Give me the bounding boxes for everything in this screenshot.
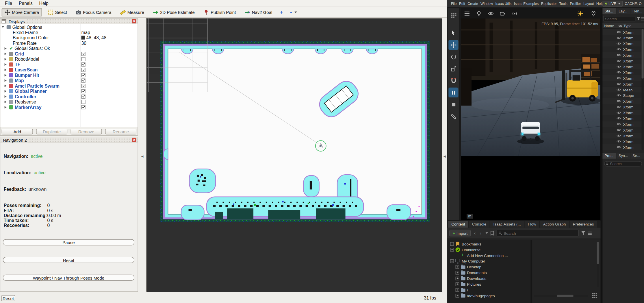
name-column-header[interactable]: Name (602, 24, 618, 28)
display-item-checkbox[interactable] (81, 94, 85, 98)
display-item-row[interactable]: LaserScan (0, 67, 138, 72)
tree-expander[interactable] (456, 276, 459, 280)
stage-row[interactable]: Xform (602, 104, 644, 110)
displays-action-button[interactable]: Rename (105, 129, 136, 134)
tool-palette-icon[interactable] (448, 10, 458, 20)
property-search-input[interactable] (610, 162, 640, 166)
stage-row[interactable]: Xform (602, 121, 644, 127)
eye-icon[interactable] (617, 140, 621, 143)
files-vertical-scrollbar[interactable] (597, 242, 599, 287)
tree-row[interactable]: Downloads (448, 275, 531, 281)
type-column-header[interactable]: Type (623, 24, 632, 28)
stage-row[interactable]: Xform (602, 69, 644, 75)
viewport-canvas[interactable] (461, 19, 600, 220)
tree-row[interactable]: My Computer (448, 258, 531, 264)
bookmark-icon[interactable] (490, 231, 494, 235)
eye-icon[interactable] (617, 145, 621, 149)
stage-row[interactable]: Xform (602, 127, 644, 133)
tree-expander[interactable] (450, 248, 454, 252)
stop-button[interactable] (448, 99, 458, 109)
isaac-menu-item[interactable]: Window (479, 1, 494, 5)
property-value[interactable]: 48; 48; 48 (81, 35, 106, 40)
add-tool-button[interactable]: + (278, 8, 285, 16)
stage-row[interactable]: Xform (602, 64, 644, 69)
tree-row[interactable]: Add New Connection ... (448, 252, 531, 258)
display-item-checkbox[interactable] (81, 73, 85, 77)
browser-tab[interactable]: Isaac Assets (... (490, 221, 524, 228)
expand-arrow-icon[interactable] (5, 52, 7, 55)
grid-view-icon[interactable] (592, 293, 597, 298)
expand-arrow-icon[interactable] (5, 69, 7, 71)
displays-action-button[interactable]: Remove (71, 129, 102, 134)
eye-icon[interactable] (617, 65, 621, 68)
browser-search-input[interactable] (504, 231, 576, 235)
list-options-icon[interactable] (588, 231, 592, 235)
display-item-row[interactable]: Realsense (0, 99, 138, 104)
property-row[interactable]: Background Color 48; 48; 48 (0, 35, 138, 40)
eye-icon[interactable] (617, 76, 621, 80)
display-item-checkbox[interactable] (81, 84, 85, 88)
live-button[interactable]: LIVE (602, 1, 623, 7)
select-tool[interactable]: Select (45, 8, 70, 16)
property-tab[interactable]: Pro... (602, 153, 616, 159)
eye-icon[interactable] (617, 94, 621, 97)
stage-row[interactable]: Scope (602, 93, 644, 98)
viewport-menu-icon[interactable] (464, 10, 470, 16)
display-item-checkbox[interactable] (81, 51, 85, 56)
property-tab[interactable]: Syn... (617, 153, 630, 159)
expand-arrow-icon[interactable] (5, 47, 7, 50)
tree-row[interactable]: / (448, 287, 531, 293)
expand-arrow-icon[interactable] (5, 101, 7, 103)
browser-search[interactable] (496, 230, 578, 237)
stage-search[interactable] (603, 16, 635, 21)
camera-icon[interactable] (500, 10, 506, 16)
isaac-menu-item[interactable]: Edit (458, 1, 466, 5)
tree-row[interactable]: /dev/hugepages (448, 293, 531, 298)
isaac-menu-item[interactable]: Tools (558, 1, 569, 5)
options-icon[interactable] (641, 17, 644, 21)
stage-row[interactable]: Xform (602, 144, 644, 150)
displays-titlebar[interactable]: Displays ✕ (0, 19, 138, 24)
isaac-menu-item[interactable]: Isaac Examples (513, 1, 540, 5)
expand-arrow-icon[interactable] (5, 106, 7, 108)
import-button[interactable]: +Import (449, 230, 471, 237)
collapse-arrow-icon[interactable] (2, 26, 4, 28)
stage-row[interactable]: Xform (602, 138, 644, 144)
focus-camera-tool[interactable]: Focus Camera (73, 8, 114, 16)
pose-estimate-tool[interactable]: 2D Pose Estimate (150, 8, 198, 16)
tree-expander[interactable] (456, 265, 459, 269)
stage-row[interactable]: Xform (602, 41, 644, 47)
display-item-checkbox[interactable] (81, 57, 85, 61)
stage-row[interactable]: Mesh (602, 87, 644, 93)
isaac-menu-item[interactable]: File (450, 1, 458, 5)
tree-row[interactable]: Bookmarks (448, 241, 531, 247)
eye-icon[interactable] (617, 111, 621, 114)
expand-arrow-icon[interactable] (5, 84, 7, 87)
display-item-checkbox[interactable] (81, 105, 85, 109)
menu-item[interactable]: Help (36, 0, 52, 6)
filter-icon[interactable] (636, 17, 640, 21)
eye-icon[interactable] (617, 105, 621, 108)
display-item-row[interactable]: Global Planner (0, 88, 138, 94)
display-item-checkbox[interactable] (81, 89, 85, 93)
display-item-row[interactable]: MarkerArray (0, 104, 138, 110)
menu-item[interactable]: File (2, 0, 16, 6)
expand-arrow-icon[interactable] (5, 95, 7, 98)
stage-row[interactable]: Xform (602, 81, 644, 87)
isaac-menu-item[interactable]: Profiler (569, 1, 582, 5)
visibility-icon[interactable] (488, 10, 494, 16)
menu-item[interactable]: Panels (16, 0, 36, 6)
displays-action-button[interactable]: Duplicate (36, 129, 67, 134)
close-icon[interactable]: ✕ (132, 138, 136, 142)
tree-row[interactable]: Pictures (448, 281, 531, 287)
tree-expander[interactable] (456, 294, 459, 298)
tree-row[interactable]: Documents (448, 270, 531, 276)
stage-row[interactable]: Xform (602, 35, 644, 41)
eye-icon[interactable] (617, 99, 621, 103)
select-tool[interactable] (448, 28, 458, 38)
tree-expander[interactable] (450, 259, 454, 263)
reset-button[interactable]: Reset (1, 295, 15, 301)
eye-icon[interactable] (617, 134, 621, 137)
property-value[interactable]: map (81, 30, 90, 35)
displays-action-button[interactable]: Add (2, 129, 33, 134)
